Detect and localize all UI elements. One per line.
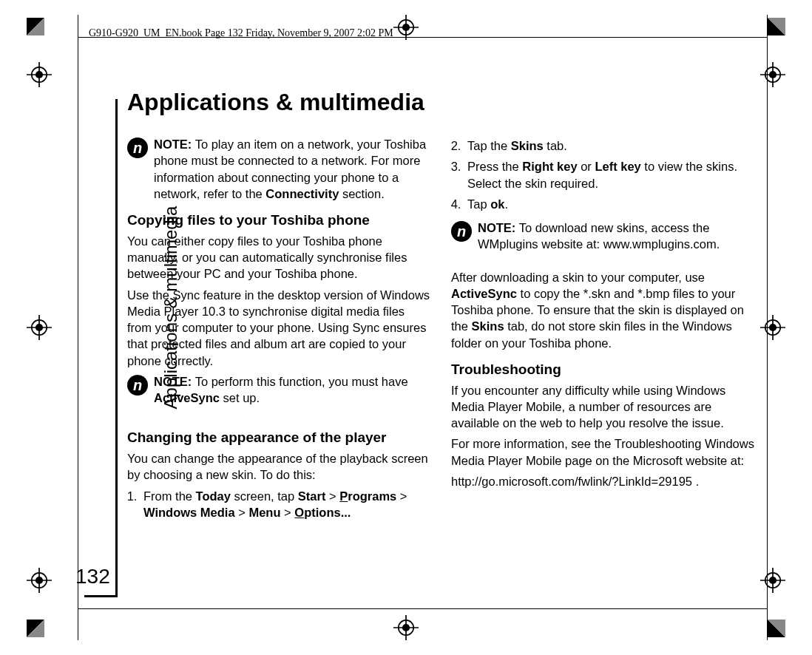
column-left: n NOTE: To play an item on a network, yo… bbox=[127, 136, 430, 525]
registration-mark-icon bbox=[760, 568, 785, 593]
color-target-icon bbox=[27, 620, 44, 637]
column-right: Tap the Skins tab. Press the Right key o… bbox=[451, 136, 754, 525]
body-text: http://go.microsoft.com/fwlink/?LinkId=2… bbox=[451, 473, 754, 489]
list-item: Press the Right key or Left key to view … bbox=[464, 158, 754, 191]
page-content-frame: Applications & multimedia 132 Applicatio… bbox=[89, 68, 754, 586]
crop-line bbox=[78, 608, 768, 609]
frame-rule-horizontal bbox=[84, 595, 117, 597]
crop-line bbox=[78, 15, 78, 640]
note-block: n NOTE: To play an item on a network, yo… bbox=[127, 136, 430, 202]
note-icon: n bbox=[451, 221, 472, 242]
body-text: You can either copy files to your Toshib… bbox=[127, 233, 430, 282]
frame-rule-vertical bbox=[115, 99, 118, 597]
ordered-list-continued: Tap the Skins tab. Press the Right key o… bbox=[451, 138, 754, 212]
registration-mark-icon bbox=[27, 568, 52, 593]
body-text: If you encounter any difficulty while us… bbox=[451, 382, 754, 432]
heading-troubleshooting: Troubleshooting bbox=[451, 360, 754, 379]
list-item: Tap ok. bbox=[464, 196, 754, 212]
color-target-icon bbox=[768, 18, 785, 35]
note-icon: n bbox=[127, 375, 148, 396]
registration-mark-icon bbox=[760, 62, 785, 87]
page-number: 132 bbox=[75, 565, 110, 588]
note-icon: n bbox=[127, 138, 148, 158]
note-text: NOTE: To perform this function, you must… bbox=[154, 373, 430, 407]
registration-mark-icon bbox=[393, 15, 419, 40]
note-text: NOTE: To download new skins, access the … bbox=[478, 220, 754, 253]
heading-changing-appearance: Changing the appearance of the player bbox=[127, 428, 430, 447]
color-target-icon bbox=[768, 620, 785, 637]
registration-mark-icon bbox=[760, 315, 785, 340]
note-block: n NOTE: To download new skins, access th… bbox=[451, 220, 754, 253]
registration-mark-icon bbox=[27, 315, 52, 340]
body-text: For more information, see the Troublesho… bbox=[451, 435, 754, 469]
page-title: Applications & multimedia bbox=[127, 89, 754, 116]
list-item: Tap the Skins tab. bbox=[464, 138, 754, 154]
color-target-icon bbox=[27, 18, 44, 35]
body-text: Use the Sync feature in the desktop vers… bbox=[127, 287, 430, 369]
heading-copying: Copying files to your Toshiba phone bbox=[127, 211, 430, 230]
crop-line bbox=[78, 37, 768, 38]
body-text: After downloading a skin to your compute… bbox=[451, 269, 754, 351]
registration-mark-icon bbox=[27, 62, 52, 87]
list-item: From the Today screen, tap Start > Progr… bbox=[141, 488, 430, 521]
note-block: n NOTE: To perform this function, you mu… bbox=[127, 373, 430, 407]
registration-mark-icon bbox=[393, 615, 419, 640]
note-text: NOTE: To play an item on a network, your… bbox=[154, 136, 430, 202]
ordered-list: From the Today screen, tap Start > Progr… bbox=[127, 488, 430, 521]
body-text: You can change the appearance of the pla… bbox=[127, 450, 430, 483]
